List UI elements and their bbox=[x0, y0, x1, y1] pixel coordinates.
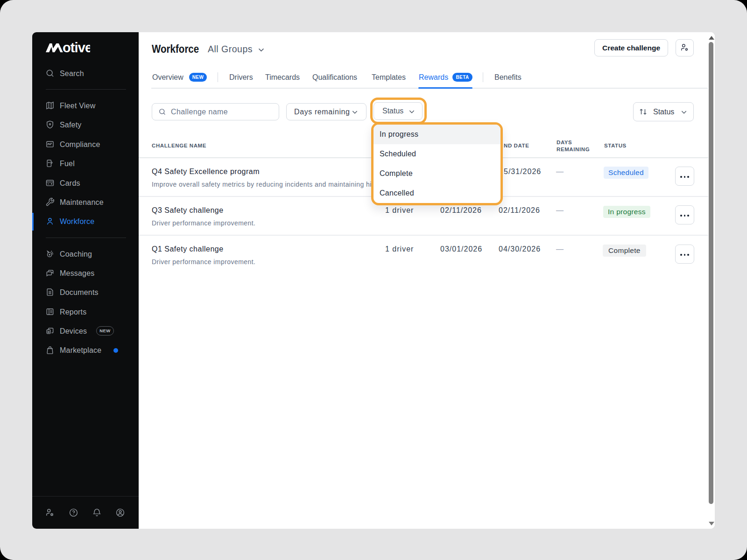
svg-text:otive: otive bbox=[63, 42, 90, 53]
